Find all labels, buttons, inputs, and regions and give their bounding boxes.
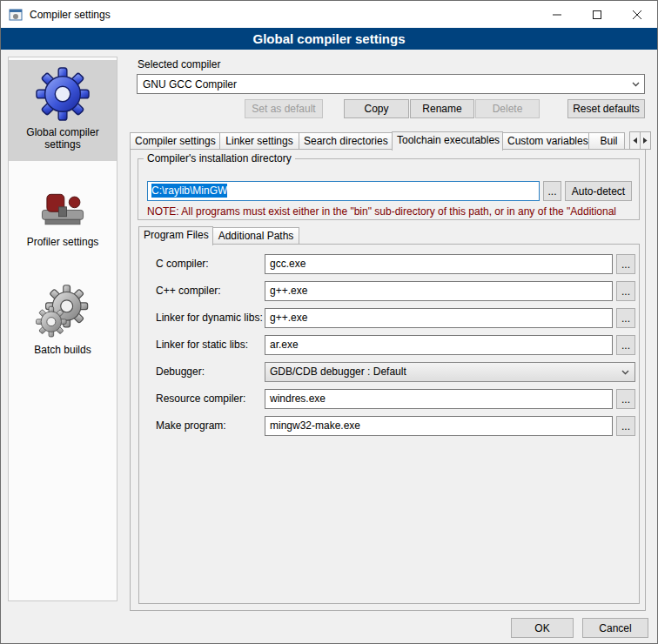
set-as-default-button: Set as default (245, 99, 323, 118)
c-compiler-label: C compiler: (156, 258, 209, 270)
program-files-panel: C compiler: gcc.exe ... C++ compiler: g+… (138, 244, 640, 604)
form-row-static-linker: Linker for static libs: ar.exe ... (139, 335, 639, 355)
banner: Global compiler settings (1, 28, 657, 50)
toolchain-executables-panel: Compiler's installation directory C:\ray… (130, 149, 646, 611)
global-compiler-gear-icon (36, 67, 90, 121)
form-row-debugger: Debugger: GDB/CDB debugger : Default (139, 362, 639, 382)
sidebar-item-global-compiler-settings[interactable]: Global compiler settings (9, 60, 117, 161)
cancel-button[interactable]: Cancel (582, 618, 648, 638)
browse-make-program-button[interactable]: ... (616, 416, 635, 436)
chevron-down-icon (628, 76, 643, 92)
tab-linker-settings[interactable]: Linker settings (219, 132, 299, 149)
banner-title: Global compiler settings (252, 31, 405, 46)
selected-compiler-select[interactable]: GNU GCC Compiler (137, 74, 645, 94)
debugger-value: GDB/CDB debugger : Default (270, 366, 406, 378)
tab-compiler-settings[interactable]: Compiler settings (130, 132, 220, 149)
compiler-settings-tabs: Compiler settings Linker settings Search… (130, 131, 625, 150)
debugger-select[interactable]: GDB/CDB debugger : Default (265, 362, 635, 382)
cpp-compiler-label: C++ compiler: (156, 285, 221, 297)
make-program-value: mingw32-make.exe (270, 419, 360, 432)
browse-c-compiler-button[interactable]: ... (616, 254, 635, 274)
delete-button: Delete (475, 99, 540, 118)
installation-directory-group-title: Compiler's installation directory (144, 152, 295, 164)
tab-custom-variables[interactable]: Custom variables (502, 132, 589, 149)
form-row-c-compiler: C compiler: gcc.exe ... (139, 254, 639, 274)
installation-directory-group: Compiler's installation directory C:\ray… (138, 158, 640, 220)
make-program-label: Make program: (156, 419, 226, 432)
resource-compiler-input[interactable]: windres.exe (265, 389, 613, 409)
installation-directory-input[interactable]: C:\raylib\MinGW (147, 181, 540, 201)
sidebar-item-batch-builds[interactable]: Batch builds (9, 278, 117, 366)
rename-button[interactable]: Rename (410, 99, 474, 118)
reset-defaults-button[interactable]: Reset defaults (567, 99, 645, 118)
form-row-make-program: Make program: mingw32-make.exe ... (139, 416, 639, 436)
subtab-additional-paths[interactable]: Additional Paths (212, 227, 299, 244)
cpp-compiler-value: g++.exe (270, 285, 307, 297)
browse-resource-compiler-button[interactable]: ... (616, 389, 635, 409)
browse-dynamic-linker-button[interactable]: ... (616, 308, 635, 328)
minimize-button[interactable] (537, 1, 577, 28)
cpp-compiler-input[interactable]: g++.exe (265, 281, 613, 301)
left-arrow-icon (632, 137, 638, 144)
installation-directory-value: C:\raylib\MinGW (151, 184, 227, 198)
selected-compiler-value: GNU GCC Compiler (143, 78, 237, 91)
static-linker-value: ar.exe (270, 339, 299, 351)
profiler-tool-icon (37, 180, 88, 231)
sidebar-item-label: Profiler settings (14, 236, 111, 248)
sidebar-item-label: Batch builds (14, 344, 111, 356)
sidebar-item-profiler-settings[interactable]: Profiler settings (9, 173, 117, 258)
tab-build-options-clipped[interactable]: Buil (588, 132, 625, 149)
dynamic-linker-label: Linker for dynamic libs: (156, 312, 263, 324)
make-program-input[interactable]: mingw32-make.exe (265, 416, 613, 436)
debugger-label: Debugger: (156, 366, 205, 378)
browse-cpp-compiler-button[interactable]: ... (616, 281, 635, 301)
ok-button[interactable]: OK (511, 618, 574, 638)
static-linker-label: Linker for static libs: (156, 339, 248, 351)
compiler-settings-window: Compiler settings Global compiler settin… (0, 0, 658, 644)
window-title: Compiler settings (30, 9, 111, 21)
right-arrow-icon (642, 137, 648, 144)
batch-builds-gears-icon (36, 285, 90, 339)
dynamic-linker-value: g++.exe (270, 312, 307, 324)
sidebar: Global compiler settings Profiler settin… (8, 57, 118, 601)
tab-search-directories[interactable]: Search directories (299, 132, 393, 149)
close-button[interactable] (617, 1, 657, 28)
form-row-resource-compiler: Resource compiler: windres.exe ... (139, 389, 639, 409)
subtab-program-files[interactable]: Program Files (138, 226, 213, 245)
sidebar-item-label: Global compiler settings (14, 126, 111, 151)
form-row-dynamic-linker: Linker for dynamic libs: g++.exe ... (139, 308, 639, 328)
maximize-button[interactable] (577, 1, 617, 28)
browse-static-linker-button[interactable]: ... (616, 335, 635, 355)
program-files-tabs: Program Files Additional Paths (138, 225, 299, 245)
chevron-down-icon (617, 364, 633, 380)
copy-button[interactable]: Copy (344, 99, 409, 118)
titlebar: Compiler settings (1, 1, 657, 28)
window-controls (537, 1, 657, 28)
static-linker-input[interactable]: ar.exe (265, 335, 613, 355)
tab-scroll-right-button[interactable] (640, 131, 651, 150)
c-compiler-input[interactable]: gcc.exe (265, 254, 613, 274)
resource-compiler-label: Resource compiler: (156, 392, 245, 405)
auto-detect-button[interactable]: Auto-detect (565, 181, 632, 201)
note-text: NOTE: All programs must exist either in … (147, 205, 633, 218)
form-row-cpp-compiler: C++ compiler: g++.exe ... (139, 281, 639, 301)
selected-compiler-label: Selected compiler (138, 58, 220, 70)
c-compiler-value: gcc.exe (270, 258, 306, 270)
app-icon (9, 8, 23, 22)
tab-toolchain-executables[interactable]: Toolchain executables (392, 131, 503, 151)
resource-compiler-value: windres.exe (270, 392, 326, 405)
browse-directory-button[interactable]: ... (543, 181, 561, 201)
dynamic-linker-input[interactable]: g++.exe (265, 308, 613, 328)
